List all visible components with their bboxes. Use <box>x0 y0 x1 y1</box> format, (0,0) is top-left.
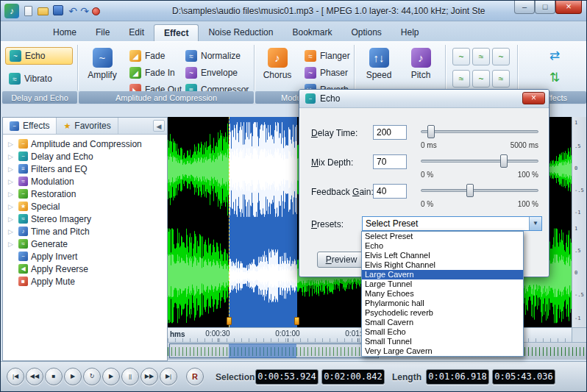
vibrato-button[interactable]: ≈ Vibrato <box>5 70 73 88</box>
preset-option[interactable]: Many Echoes <box>362 289 523 299</box>
preset-option[interactable]: Elvis Left Channel <box>362 251 523 260</box>
speed-button[interactable]: ↑↓ Speed <box>359 45 399 89</box>
normalize-button[interactable]: ≈ Normalize <box>182 47 244 65</box>
slider-thumb[interactable] <box>466 184 474 197</box>
tree-item-generate[interactable]: ▷≈Generate <box>3 238 167 250</box>
effect-tool-icon-6[interactable]: ≈ <box>492 70 510 88</box>
dialog-title-bar[interactable]: ~ Echo <box>299 90 549 108</box>
preset-option[interactable]: Phylarmonic hall <box>362 299 523 308</box>
effect-tool-icon-2[interactable]: ≈ <box>472 48 490 65</box>
fade-in-button[interactable]: ◢ Fade In <box>126 64 179 82</box>
preset-option[interactable]: Elvis Right Channel <box>362 260 523 270</box>
expand-icon[interactable]: ▷ <box>8 215 15 223</box>
preset-option[interactable]: Psychodelic reverb <box>362 308 523 318</box>
expand-icon[interactable]: ▷ <box>8 153 15 160</box>
preview-button[interactable]: Preview <box>317 252 366 268</box>
pitch-button[interactable]: ♪ Pitch <box>401 45 441 89</box>
minimize-button[interactable]: – <box>514 1 535 14</box>
record-icon[interactable] <box>92 7 100 15</box>
feedback-gain-input[interactable] <box>373 184 407 199</box>
tree-item-filters-eq[interactable]: ▷≡Filters and EQ <box>3 163 167 175</box>
expand-icon[interactable]: ▷ <box>8 203 15 210</box>
tab-bookmark[interactable]: Bookmark <box>282 24 341 41</box>
preset-option[interactable]: Echo <box>362 241 523 251</box>
selection-end-handle[interactable] <box>294 317 299 325</box>
app-icon[interactable]: ♪ <box>4 4 19 18</box>
cross-mix-icon[interactable]: ⇅ <box>545 68 564 88</box>
expand-icon[interactable]: ▷ <box>8 140 15 148</box>
fast-forward-button[interactable]: ▶▶ <box>140 368 158 385</box>
loop-button[interactable]: ↻ <box>83 368 101 385</box>
panel-scroll-left-button[interactable]: ◀ <box>153 120 165 132</box>
record-button[interactable]: R <box>186 368 204 385</box>
delay-time-input[interactable] <box>373 125 407 140</box>
swap-channels-icon[interactable]: ⇄ <box>545 46 564 65</box>
tree-item-special[interactable]: ▷★Special <box>3 200 167 213</box>
tree-item-apply-reverse[interactable]: ◀Apply Reverse <box>3 263 167 275</box>
maximize-button[interactable]: □ <box>535 1 555 14</box>
preset-option[interactable]: Small Tunnel <box>362 337 523 346</box>
panel-tab-effects[interactable]: ~ Effects <box>3 118 57 134</box>
flanger-button[interactable]: ≈ Flanger <box>301 47 354 65</box>
tab-edit[interactable]: Edit <box>119 24 154 41</box>
preset-option[interactable]: Very Large Cavern <box>362 346 523 356</box>
tree-item-amplitude[interactable]: ▷~Amplitude and Compression <box>3 138 167 150</box>
rewind-button[interactable]: ◀◀ <box>26 368 43 385</box>
skip-to-end-button[interactable]: ▶| <box>160 368 177 385</box>
tree-item-apply-invert[interactable]: ~Apply Invert <box>3 250 167 263</box>
tab-effect[interactable]: Effect <box>154 24 199 41</box>
expand-icon[interactable]: ▷ <box>8 178 15 185</box>
presets-combobox[interactable]: Select Preset ▼ <box>362 216 542 231</box>
effect-tool-icon-1[interactable]: ~ <box>452 48 470 65</box>
open-icon[interactable] <box>38 7 49 15</box>
dialog-close-button[interactable]: × <box>522 92 545 104</box>
expand-icon[interactable]: ▷ <box>8 190 15 198</box>
preset-option-selected[interactable]: Large Cavern <box>362 270 523 279</box>
undo-icon[interactable]: ↶ <box>67 5 79 17</box>
mix-depth-input[interactable] <box>373 154 407 169</box>
slider-thumb[interactable] <box>427 125 435 138</box>
play-selection-button[interactable]: ▶ <box>102 368 120 385</box>
effect-tool-icon-5[interactable]: ~ <box>472 70 490 88</box>
tab-help[interactable]: Help <box>391 24 429 41</box>
new-file-icon[interactable] <box>24 6 32 16</box>
tree-item-modulation[interactable]: ▷≈Modulation <box>3 175 167 188</box>
amplify-button[interactable]: ~ Amplify <box>82 45 122 89</box>
echo-button[interactable]: ~ Echo <box>5 47 73 65</box>
tab-noise-reduction[interactable]: Noise Reduction <box>199 24 282 41</box>
delay-time-slider[interactable] <box>421 130 538 133</box>
tab-options[interactable]: Options <box>341 24 391 41</box>
combobox-dropdown-icon[interactable]: ▼ <box>529 217 541 230</box>
expand-icon[interactable]: ▷ <box>8 165 15 173</box>
save-icon[interactable] <box>53 5 63 15</box>
effect-tool-icon-3[interactable]: ~ <box>492 48 510 65</box>
tab-home[interactable]: Home <box>43 24 86 41</box>
tree-item-apply-mute[interactable]: ■Apply Mute <box>3 275 167 288</box>
pause-button[interactable]: || <box>121 368 139 385</box>
preset-option[interactable]: Large Tunnel <box>362 279 523 289</box>
tree-item-time-pitch[interactable]: ▷♪Time and Pitch <box>3 225 167 238</box>
chorus-button[interactable]: ♪ Chorus <box>257 45 297 89</box>
skip-to-start-button[interactable]: |◀ <box>7 368 24 385</box>
tree-item-restoration[interactable]: ▷~Restoration <box>3 188 167 200</box>
fade-button[interactable]: ◢ Fade <box>126 47 168 65</box>
stop-button[interactable]: ■ <box>45 368 63 385</box>
tree-item-delay-echo[interactable]: ▷~Delay and Echo <box>3 150 167 163</box>
feedback-gain-slider[interactable] <box>421 189 538 192</box>
tree-item-stereo-imagery[interactable]: ▷≈Stereo Imagery <box>3 213 167 225</box>
panel-tab-favorites[interactable]: ★ Favorites <box>57 118 118 134</box>
expand-icon[interactable]: ▷ <box>8 228 15 235</box>
selection-start-handle[interactable] <box>227 317 232 325</box>
phaser-button[interactable]: ~ Phaser <box>301 64 352 82</box>
slider-thumb[interactable] <box>500 154 508 168</box>
play-button[interactable]: ▶ <box>64 368 82 385</box>
preset-option[interactable]: Small Echo <box>362 327 523 337</box>
preset-option[interactable]: Select Preset <box>362 232 523 241</box>
close-button[interactable]: × <box>555 1 582 14</box>
preset-option[interactable]: Small Cavern <box>362 318 523 327</box>
mix-depth-slider[interactable] <box>421 160 538 163</box>
expand-icon[interactable]: ▷ <box>8 240 15 248</box>
redo-icon[interactable]: ↷ <box>79 5 90 17</box>
effect-tool-icon-4[interactable]: ≈ <box>452 70 470 88</box>
tab-file[interactable]: File <box>86 24 119 41</box>
